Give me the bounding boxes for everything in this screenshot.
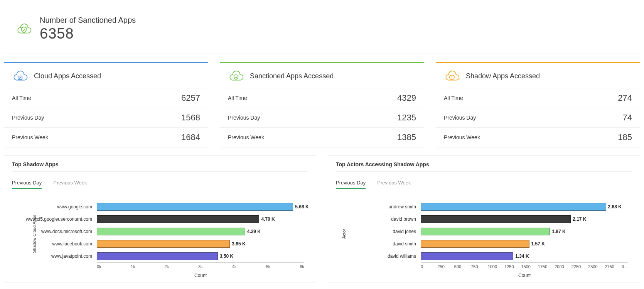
tabs: Previous DayPrevious Week bbox=[336, 177, 632, 189]
bar-track: 1.57 K bbox=[421, 240, 628, 248]
stat-row: Previous Day74 bbox=[436, 108, 640, 127]
stat-header: Shadow Apps Accessed bbox=[436, 62, 640, 88]
axis-tick: 500 bbox=[454, 264, 471, 269]
tab[interactable]: Previous Day bbox=[336, 177, 366, 189]
axis-tick: 250 bbox=[437, 264, 454, 269]
bar[interactable]: 4.29 K bbox=[97, 228, 245, 235]
stat-row-value: 74 bbox=[623, 113, 632, 123]
chart-area: Actorandrew smith2.68 Kdavid brown2.17 K… bbox=[336, 189, 632, 278]
y-axis-label: Actor bbox=[342, 229, 346, 239]
axis-tick: 2250 bbox=[572, 264, 588, 269]
tabs: Previous DayPrevious Week bbox=[12, 177, 308, 189]
bar-value-label: 2.68 K bbox=[606, 204, 622, 210]
bar-category: david brown bbox=[340, 216, 421, 222]
stat-card-title: Shadow Apps Accessed bbox=[466, 72, 540, 80]
stat-row-label: All Time bbox=[444, 95, 463, 101]
stat-row-label: Previous Day bbox=[444, 115, 476, 121]
stat-row-value: 274 bbox=[618, 93, 632, 103]
stat-card-title: Sanctioned Apps Accessed bbox=[250, 72, 334, 80]
bar-category: david williams bbox=[340, 254, 421, 259]
bar-row: andrew smith2.68 K bbox=[340, 201, 628, 213]
stat-row: All Time4329 bbox=[220, 88, 424, 108]
bar-track: 5.68 K bbox=[97, 203, 304, 211]
stat-row: Previous Week1385 bbox=[220, 127, 424, 147]
bar-value-label: 3.85 K bbox=[229, 241, 245, 247]
bar-value-label: 1.57 K bbox=[529, 241, 545, 247]
stat-row: Previous Week1684 bbox=[4, 127, 208, 147]
axis-tick: 0k bbox=[97, 264, 131, 269]
axis-tick: 2000 bbox=[555, 264, 571, 269]
x-axis: 0250500750100012501500175020002250250027… bbox=[421, 262, 628, 269]
bar-category: www.facebook.com bbox=[16, 241, 97, 247]
cloud-shield-icon bbox=[228, 68, 244, 84]
axis-tick: 5k bbox=[266, 264, 300, 269]
bar-value-label: 1.87 K bbox=[550, 229, 565, 234]
bar-track: 4.70 K bbox=[97, 215, 304, 223]
stat-card: Cloud Apps AccessedAll Time6257Previous … bbox=[4, 62, 208, 147]
chart-card: Top Actors Accessing Shadow AppsPrevious… bbox=[328, 155, 640, 282]
bar-value-label: 3.50 K bbox=[217, 254, 233, 259]
stat-row-label: Previous Day bbox=[228, 115, 260, 121]
stat-row-value: 4329 bbox=[397, 93, 416, 103]
stat-row-label: Previous Week bbox=[228, 134, 264, 140]
tab[interactable]: Previous Week bbox=[53, 177, 87, 189]
bar[interactable]: 1.87 K bbox=[421, 228, 550, 235]
bar[interactable]: 4.70 K bbox=[97, 215, 259, 223]
axis-tick: 3k bbox=[198, 264, 232, 269]
stat-card-title: Cloud Apps Accessed bbox=[34, 72, 101, 80]
chart-area: Shadow Cloud Appswww.google.com5.68 Kwww… bbox=[12, 189, 308, 278]
stat-row: All Time6257 bbox=[4, 88, 208, 108]
bar[interactable]: 1.57 K bbox=[421, 240, 529, 248]
stat-row-label: Previous Day bbox=[12, 115, 44, 121]
stat-row-value: 6257 bbox=[181, 93, 200, 103]
axis-tick: 3… bbox=[622, 264, 628, 269]
bar-value-label: 2.17 K bbox=[570, 216, 586, 222]
bar-row: david smith1.57 K bbox=[340, 238, 628, 250]
stat-row-value: 1684 bbox=[181, 132, 200, 142]
bar[interactable]: 3.85 K bbox=[97, 240, 230, 248]
stat-row-label: Previous Week bbox=[12, 134, 48, 140]
axis-tick: 750 bbox=[471, 264, 487, 269]
bar-category: www.ci5.googleusercontent.com bbox=[16, 216, 97, 222]
chart-title: Top Actors Accessing Shadow Apps bbox=[336, 161, 632, 172]
sanctioned-apps-title: Number of Sanctioned Apps bbox=[40, 16, 136, 25]
bar-category: andrew smith bbox=[340, 204, 421, 210]
bar-track: 3.50 K bbox=[97, 252, 304, 260]
cloud-warning-icon bbox=[444, 68, 460, 84]
stat-row: Previous Day1235 bbox=[220, 108, 424, 127]
bar-track: 4.29 K bbox=[97, 228, 304, 235]
axis-tick: 0 bbox=[421, 264, 437, 269]
stat-row: All Time274 bbox=[436, 88, 640, 108]
bar-row: www.docs.microsoft.com4.29 K bbox=[16, 225, 304, 238]
bar-value-label: 5.68 K bbox=[293, 204, 309, 210]
bar[interactable]: 2.68 K bbox=[421, 203, 606, 211]
bar-row: david jones1.87 K bbox=[340, 225, 628, 238]
stat-header: Sanctioned Apps Accessed bbox=[220, 62, 424, 88]
bar[interactable]: 5.68 K bbox=[97, 203, 293, 211]
bar-value-label: 1.34 K bbox=[513, 254, 529, 259]
stat-header: Cloud Apps Accessed bbox=[4, 62, 208, 88]
axis-tick: 2500 bbox=[588, 264, 605, 269]
bar-category: www.google.com bbox=[16, 204, 97, 210]
stat-card: Sanctioned Apps AccessedAll Time4329Prev… bbox=[220, 62, 424, 147]
bar-value-label: 4.70 K bbox=[259, 216, 275, 222]
bar-row: david williams1.34 K bbox=[340, 250, 628, 262]
svg-point-3 bbox=[452, 78, 452, 79]
bar[interactable]: 3.50 K bbox=[97, 252, 218, 260]
stat-cards-row: Cloud Apps AccessedAll Time6257Previous … bbox=[0, 58, 644, 151]
bar-track: 1.34 K bbox=[421, 252, 628, 260]
bar[interactable]: 1.34 K bbox=[421, 252, 513, 260]
tab[interactable]: Previous Day bbox=[12, 177, 42, 189]
stat-row-value: 1235 bbox=[397, 113, 416, 123]
stat-row: Previous Week185 bbox=[436, 127, 640, 147]
tab[interactable]: Previous Week bbox=[377, 177, 411, 189]
axis-tick: 4k bbox=[232, 264, 266, 269]
x-axis-label: Count bbox=[97, 273, 304, 278]
stat-row-value: 1385 bbox=[397, 132, 416, 142]
bar[interactable]: 2.17 K bbox=[421, 215, 571, 223]
bar-category: david jones bbox=[340, 229, 421, 234]
bar-row: david brown2.17 K bbox=[340, 213, 628, 225]
y-axis-label: Shadow Cloud Apps bbox=[32, 215, 37, 253]
sanctioned-apps-value: 6358 bbox=[40, 25, 136, 42]
axis-tick: 6k bbox=[300, 264, 304, 269]
